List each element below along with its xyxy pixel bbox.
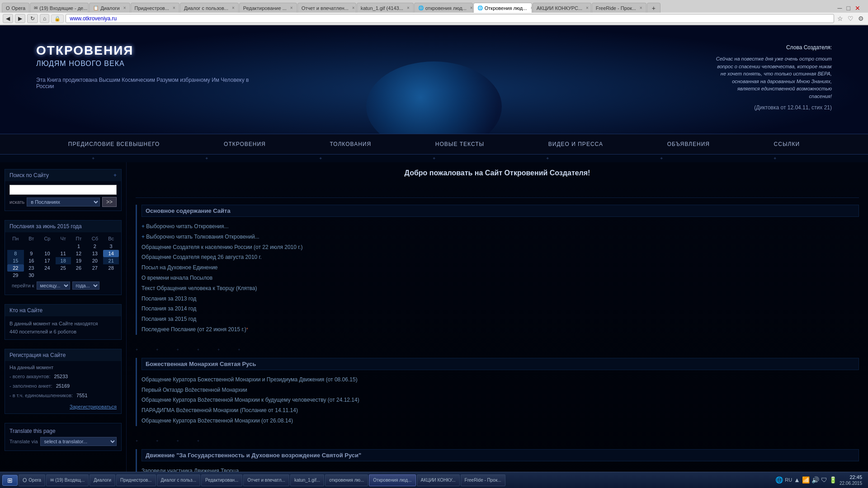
cal-day-1[interactable]: 1 <box>71 243 87 250</box>
taskbar-btn-gif[interactable]: katun_1.gif... <box>290 474 324 486</box>
nav-novye-teksty[interactable]: НОВЫЕ ТЕКСТЫ <box>431 139 489 150</box>
search-button[interactable]: >> <box>102 197 117 207</box>
link-obrash-kurator-26[interactable]: Обращение Куратора Božественной Монархии… <box>142 416 859 426</box>
tab-close-otkrov2[interactable]: × <box>530 5 532 10</box>
calendar-year-select[interactable]: года... <box>72 282 99 290</box>
tab-dialog[interactable]: Диалог с пользов... × <box>180 3 239 13</box>
nav-tolkovaniya[interactable]: ТОЛКОВАНИЯ <box>325 139 376 150</box>
cal-day-14[interactable]: 14 <box>103 250 119 257</box>
taskbar-btn-report[interactable]: Отчет и впечатл... <box>243 474 289 486</box>
tab-pridnestr[interactable]: Приднестров... × <box>131 3 179 13</box>
cal-day-10[interactable]: 10 <box>39 250 56 257</box>
cal-day-22[interactable]: 22 <box>7 264 24 272</box>
taskbar-btn-pridnestr[interactable]: Приднестров... <box>116 474 156 486</box>
cal-day-21[interactable]: 21 <box>103 257 119 264</box>
settings-button[interactable]: ⚙ <box>857 14 865 23</box>
tab-close-freeride[interactable]: × <box>640 5 642 10</box>
cal-day-15[interactable]: 15 <box>7 257 24 264</box>
nav-otkroveniya[interactable]: ОТКРОВЕНИЯ <box>219 139 270 150</box>
link-vybor-tolk[interactable]: Выборочно читать Толкования Откровений..… <box>142 232 859 242</box>
tab-close-dialog[interactable]: × <box>232 5 235 10</box>
nav-ssylki[interactable]: ССЫЛКИ <box>769 139 804 150</box>
nav-predislovie[interactable]: ПРЕДИСЛОВИЕ ВСЕВЫШНЕГО <box>64 139 165 150</box>
cal-day-27[interactable]: 27 <box>86 264 103 272</box>
taskbar-btn-opera[interactable]: OOpera <box>19 474 45 486</box>
register-link[interactable]: Зарегистрироваться <box>70 404 117 409</box>
reload-button[interactable]: ↻ <box>27 14 38 23</box>
link-pervyi-oktazdr[interactable]: Первый Октаздр Božественной Монархии <box>142 385 859 395</box>
tab-opera[interactable]: O Opera <box>2 3 29 13</box>
forward-button[interactable]: ▶ <box>15 14 25 23</box>
taskbar-btn-otkrov2[interactable]: Откровения люд... <box>369 474 415 486</box>
cal-day-26[interactable]: 26 <box>71 264 87 272</box>
tab-inbox[interactable]: ✉ (19) Входящие - де... × <box>30 3 89 13</box>
taskbar-btn-edit[interactable]: Редактирован... <box>201 474 242 486</box>
close-button[interactable]: ✕ <box>854 4 862 13</box>
cal-day-29[interactable]: 29 <box>7 272 24 279</box>
minimize-button[interactable]: ─ <box>836 4 844 13</box>
link-poslaniya-2013[interactable]: Послания за 2013 год <box>142 294 859 304</box>
tab-close-pridnestr[interactable]: × <box>173 5 175 10</box>
cal-day-17[interactable]: 17 <box>39 257 56 264</box>
link-posled-poslanie[interactable]: Последнее Послание (от 22 июня 2015 г.)* <box>142 324 859 335</box>
tab-edit[interactable]: Редактирование ... × <box>239 3 297 13</box>
taskbar-btn-inbox[interactable]: ✉(19) Входящ... <box>46 474 89 486</box>
link-posyl-edinenie[interactable]: Посыл на Духовное Единение <box>142 263 859 273</box>
cal-day-16[interactable]: 16 <box>24 257 39 264</box>
link-vybor-otkr[interactable]: Выборочно читать Откровения... <box>142 221 859 232</box>
tab-close-otkrov1[interactable]: × <box>470 5 473 10</box>
tab-close-akcii[interactable]: × <box>586 5 589 10</box>
cal-day-13[interactable]: 13 <box>86 250 103 257</box>
cal-day-30[interactable]: 30 <box>24 272 39 279</box>
tab-gif[interactable]: katun_1.gif (4143... × <box>357 3 414 13</box>
tab-report[interactable]: Отчет и впечатлен... × <box>297 3 356 13</box>
link-obrash-kurator-08[interactable]: Обращение Куратора Божественной Монархии… <box>142 375 859 385</box>
link-obrash-kurator-24[interactable]: Обращение Куратора Božественной Монархии… <box>142 395 859 405</box>
cal-day-25[interactable]: 25 <box>56 264 71 272</box>
tab-close-gif[interactable]: × <box>407 5 410 10</box>
cal-day-24[interactable]: 24 <box>39 264 56 272</box>
heart-button[interactable]: ♡ <box>846 14 855 23</box>
link-tekst-obrash[interactable]: Текст Обращения человека к Творцу (Клятв… <box>142 283 859 294</box>
search-select[interactable]: в Посланиях <box>27 197 100 206</box>
taskbar-btn-freeride[interactable]: FreeRide - Прок... <box>461 474 505 486</box>
cal-day-9[interactable]: 9 <box>24 250 39 257</box>
link-obrash-26avg[interactable]: Обращение Создателя перед 26 августа 201… <box>142 252 859 263</box>
tab-close-dialogi[interactable]: × <box>123 5 126 10</box>
back-button[interactable]: ◀ <box>3 14 13 23</box>
nav-video[interactable]: ВИДЕО И ПРЕССА <box>544 139 608 150</box>
tab-akcii[interactable]: АКЦИИ КОНКУРС... × <box>533 3 591 13</box>
tab-freeride[interactable]: FreeRide - Прок... × <box>592 3 646 13</box>
home-button[interactable]: ⌂ <box>40 14 49 23</box>
address-bar[interactable] <box>66 14 834 23</box>
translator-select[interactable]: select a translator... <box>40 437 117 446</box>
cal-day-23[interactable]: 23 <box>24 264 39 272</box>
cal-day-11[interactable]: 11 <box>56 250 71 257</box>
taskbar-btn-dialog2[interactable]: Диалог с польз... <box>157 474 200 486</box>
taskbar-btn-dialogi[interactable]: Диалоги <box>90 474 115 486</box>
cal-day-8[interactable]: 8 <box>7 250 24 257</box>
taskbar-btn-otkrov1[interactable]: откровения лю... <box>325 474 368 486</box>
tray-icon-arrow-up[interactable]: ▲ <box>794 476 800 483</box>
search-input[interactable] <box>9 185 117 195</box>
bookmark-button[interactable]: ☆ <box>836 14 844 23</box>
cal-day-3[interactable]: 3 <box>103 243 119 250</box>
tab-dialogi[interactable]: 📋 Диалоги × <box>89 3 130 13</box>
maximize-button[interactable]: □ <box>845 4 852 13</box>
link-poslaniya-2014[interactable]: Послания за 2014 год <box>142 304 859 314</box>
cal-day-2[interactable]: 2 <box>86 243 103 250</box>
tab-otkrov1[interactable]: 🌐 откровения люд... × <box>414 3 473 13</box>
link-obrash-22iyulya[interactable]: Обращение Создателя к населению России (… <box>142 242 859 253</box>
nav-obyavleniya[interactable]: ОБЪЯВЛЕНИЯ <box>663 139 714 150</box>
cal-day-12[interactable]: 12 <box>71 250 87 257</box>
cal-day-20[interactable]: 20 <box>86 257 103 264</box>
calendar-month-select[interactable]: месяцу... <box>37 282 70 290</box>
cal-day-19[interactable]: 19 <box>71 257 87 264</box>
tab-close-edit[interactable]: × <box>290 5 293 10</box>
tab-otkrov2[interactable]: 🌐 Откровения люд... × <box>473 3 532 13</box>
link-paradigma[interactable]: ПАРАДИГМА Božественной Монархии (Послани… <box>142 405 859 416</box>
cal-day-18[interactable]: 18 <box>56 257 71 264</box>
tab-close-report[interactable]: × <box>352 5 355 10</box>
link-poslaniya-2015[interactable]: Послания за 2015 год <box>142 314 859 324</box>
start-button[interactable]: ⊞ <box>2 475 18 486</box>
